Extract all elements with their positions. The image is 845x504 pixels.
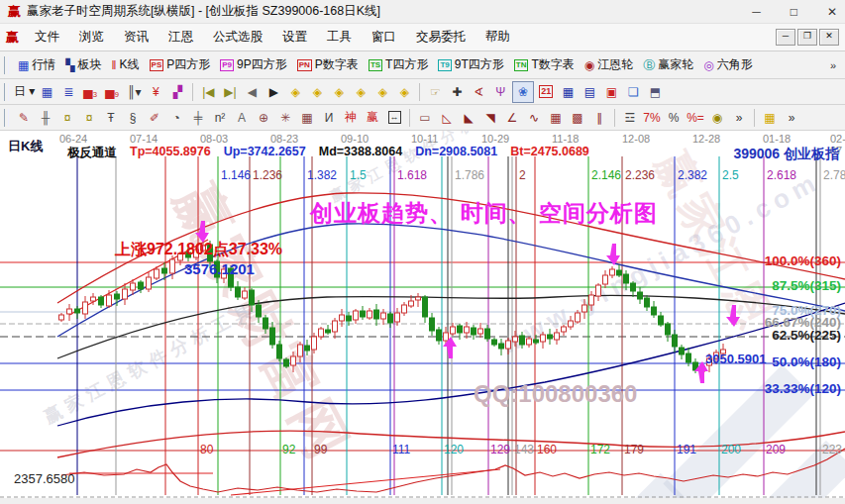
chart-window-icon[interactable]: ▦: [37, 82, 56, 102]
yellow-grid-tool[interactable]: ▦: [760, 108, 780, 128]
zoom-diamond-6[interactable]: ◈: [394, 82, 414, 102]
time-cycle-tool[interactable]: ◔: [166, 108, 186, 128]
mdi-minimize-button[interactable]: ─: [776, 29, 795, 46]
fan-tool-3[interactable]: ◥: [480, 108, 500, 128]
percent-t-tool[interactable]: 7%: [642, 108, 662, 128]
winner-wheel-button[interactable]: Ⓑ赢家轮: [638, 55, 698, 74]
red-grid-tool-1[interactable]: ▦: [546, 108, 566, 128]
candlestick-body: [430, 318, 435, 331]
t-number-table-button[interactable]: TNT数字表: [509, 55, 580, 74]
menu-tools[interactable]: 工具: [317, 26, 362, 49]
kline-chart-area[interactable]: 赢家财富网赢家江恩www.yingjia360.com赢家江恩软件分析工具赢家江…: [0, 131, 845, 504]
grid-tool-1[interactable]: ╫: [36, 108, 55, 128]
minimize-button[interactable]: ─: [752, 5, 761, 19]
fib-grid-tool-icon: Ŧ: [107, 111, 114, 125]
fib-grid-tool[interactable]: Ŧ: [101, 108, 121, 128]
draw-pen-tool[interactable]: ✎: [14, 108, 34, 128]
menu-file[interactable]: 文件: [25, 26, 69, 49]
info-list-icon[interactable]: ≣: [58, 82, 78, 102]
fan-tool-1[interactable]: ◺: [437, 108, 457, 128]
export-button[interactable]: ❏: [623, 82, 643, 102]
wave-tool[interactable]: ∿: [524, 108, 544, 128]
parallel-lines-tool[interactable]: ∥: [589, 108, 609, 128]
gann-wheel-button[interactable]: ◉江恩轮: [580, 55, 638, 74]
zoom-diamond-5[interactable]: ◈: [372, 82, 392, 102]
system-menu-icon[interactable]: 赢: [6, 29, 19, 47]
gold-circle-tool[interactable]: ◉: [707, 108, 727, 128]
zoom-diamond-1[interactable]: ◈: [285, 82, 305, 102]
candle-style-dropdown[interactable]: ║▾: [124, 82, 144, 102]
bars9-icon[interactable]: ▅₉: [102, 82, 122, 102]
menu-trading[interactable]: 交易委托: [406, 26, 475, 49]
sectors-button[interactable]: ▚板块: [60, 55, 106, 74]
volume-chart-icon[interactable]: ▞: [167, 82, 187, 102]
zoom-diamond-2[interactable]: ◈: [307, 82, 327, 102]
spiral-tool[interactable]: §: [123, 108, 143, 128]
analysis-tool-button[interactable]: ❀: [512, 81, 534, 103]
red-grid-tool-2[interactable]: ▩: [568, 108, 587, 128]
9p-square-button[interactable]: P99P四方形: [215, 55, 291, 74]
zoom-diamond-3[interactable]: ◈: [329, 82, 349, 102]
kline-button[interactable]: ‖K线: [107, 55, 145, 74]
hexagon-button[interactable]: ◎六角形: [698, 55, 757, 74]
star-rays-tool[interactable]: ✳: [275, 108, 295, 128]
9t-square-button[interactable]: T99T四方形: [433, 55, 508, 74]
grid-tool-2[interactable]: ╪: [188, 108, 208, 128]
gold-ratio-tool-1[interactable]: ¤: [57, 108, 77, 128]
goto-last-button[interactable]: ▶|: [220, 82, 240, 102]
menu-settings[interactable]: 设置: [272, 26, 317, 49]
pen-tool-2[interactable]: ✐: [145, 108, 164, 128]
square-n2-tool[interactable]: n²: [210, 108, 230, 128]
t-square-button[interactable]: TST四方形: [364, 55, 434, 74]
shen-tool[interactable]: 神: [341, 108, 361, 128]
angle-lines-tool[interactable]: ∠: [502, 108, 522, 128]
menu-help[interactable]: 帮助: [475, 26, 520, 49]
angle-tool-button[interactable]: ∢: [469, 82, 488, 102]
gann-compass-tool[interactable]: ⊕: [254, 108, 273, 128]
print-button[interactable]: ⬒: [645, 82, 665, 102]
gann-count-label: 111: [392, 443, 410, 456]
p-number-table-button[interactable]: PNP数字表: [292, 55, 364, 74]
maximize-button[interactable]: □: [791, 5, 797, 19]
gold-ratio-tool-2[interactable]: ¤: [79, 108, 99, 128]
menu-window[interactable]: 窗口: [362, 26, 406, 49]
measure-tool[interactable]: ↔: [384, 108, 404, 128]
zoom-diamond-4[interactable]: ◈: [351, 82, 370, 102]
prev-bar-button[interactable]: ◀: [242, 82, 262, 102]
more-tools-1[interactable]: »: [729, 108, 749, 128]
gann-tool-button[interactable]: Ψ: [490, 82, 510, 102]
mdi-close-button[interactable]: ✕: [819, 29, 839, 46]
mdi-restore-button[interactable]: ❐: [797, 29, 817, 46]
crosshair-tool-button[interactable]: ✚: [447, 82, 467, 102]
toolbar-overflow-button[interactable]: »: [830, 59, 842, 71]
period-style-dropdown[interactable]: 日 ▾: [14, 82, 35, 102]
menu-browse[interactable]: 浏览: [69, 26, 114, 49]
gann-grid-tool[interactable]: ▦: [297, 108, 317, 128]
next-bar-button-icon: ▶: [269, 85, 278, 99]
calculator-button[interactable]: ▦: [558, 82, 578, 102]
percent-lines-tool[interactable]: %=: [686, 108, 705, 128]
market-quotes-button[interactable]: ▦行情: [13, 55, 60, 74]
volume-chart-icon-icon: ▞: [173, 85, 182, 99]
hand-tool-button[interactable]: ☞: [425, 82, 445, 102]
more-tools-2[interactable]: »: [782, 108, 801, 128]
menu-news[interactable]: 资讯: [114, 26, 158, 49]
notes-button[interactable]: ▤: [580, 82, 599, 102]
price-ruler-tool[interactable]: ☲: [620, 108, 640, 128]
p-square-button[interactable]: PSP四方形: [145, 55, 216, 74]
menu-stock-picking[interactable]: 公式选股: [203, 26, 272, 49]
bars3-icon[interactable]: ▅₃: [80, 82, 100, 102]
angle-a-tool[interactable]: A: [232, 108, 252, 128]
calendar-button[interactable]: 21: [536, 82, 556, 102]
close-button[interactable]: ✕: [827, 5, 837, 19]
menu-gann[interactable]: 江恩: [158, 26, 203, 49]
next-bar-button[interactable]: ▶: [264, 82, 283, 102]
goto-first-button[interactable]: |◀: [198, 82, 218, 102]
currency-icon[interactable]: ¥: [146, 82, 165, 102]
rect-tool[interactable]: ▭: [415, 108, 435, 128]
save-button[interactable]: ▣: [601, 82, 621, 102]
ying-tool[interactable]: 赢: [363, 108, 382, 128]
k-reverse-tool[interactable]: И: [319, 108, 339, 128]
percent-tool[interactable]: %: [664, 108, 684, 128]
fan-tool-2[interactable]: ◣: [459, 108, 478, 128]
